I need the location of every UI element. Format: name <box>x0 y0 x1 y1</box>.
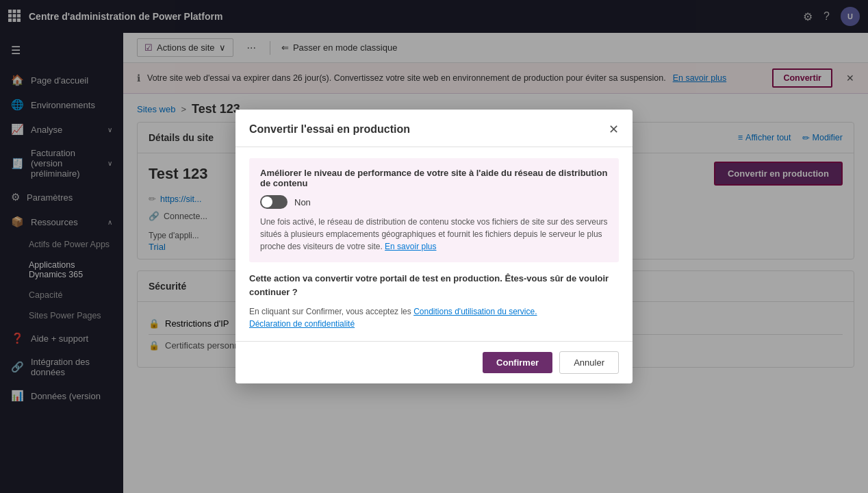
modal-convert: Convertir l'essai en production ✕ Amélio… <box>235 110 633 383</box>
terms-prefix: En cliquant sur Confirmer, vous acceptez… <box>249 307 411 316</box>
modal-close-button[interactable]: ✕ <box>609 122 619 137</box>
terms-text: En cliquant sur Confirmer, vous acceptez… <box>249 305 619 330</box>
confirm-text: Cette action va convertir votre portail … <box>249 272 619 299</box>
cdn-description: Une fois activé, le réseau de distributi… <box>260 216 608 253</box>
cancel-button[interactable]: Annuler <box>559 351 619 374</box>
cdn-toggle[interactable] <box>260 195 288 209</box>
confirm-text-bold: Cette action va convertir votre portail … <box>249 273 609 297</box>
cdn-learn-more-link[interactable]: En savoir plus <box>385 242 436 251</box>
modal-footer: Confirmer Annuler <box>235 341 633 383</box>
modal-header: Convertir l'essai en production ✕ <box>235 110 633 147</box>
toggle-row: Non <box>260 195 608 209</box>
cdn-title: Améliorer le niveau de performance de vo… <box>260 168 608 188</box>
privacy-link[interactable]: Déclaration de confidentialité <box>249 319 355 329</box>
confirm-button[interactable]: Confirmer <box>483 352 552 373</box>
terms-link[interactable]: Conditions d'utilisation du service. <box>413 307 537 316</box>
modal-body: Améliorer le niveau de performance de vo… <box>235 147 633 341</box>
toggle-label: Non <box>294 197 311 207</box>
modal-overlay[interactable]: Convertir l'essai en production ✕ Amélio… <box>0 0 868 493</box>
modal-title: Convertir l'essai en production <box>249 123 609 136</box>
cdn-section: Améliorer le niveau de performance de vo… <box>249 158 619 262</box>
